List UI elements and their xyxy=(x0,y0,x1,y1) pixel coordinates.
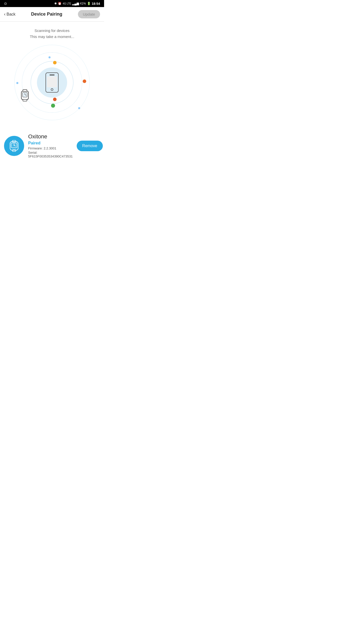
watch-orbit-icon xyxy=(19,89,30,103)
device-name: Oxitone xyxy=(28,133,73,140)
phone-home-button xyxy=(51,88,53,91)
dot-blue-left xyxy=(16,82,18,84)
alarm-icon: ⏰ xyxy=(58,2,62,5)
dot-blue-top xyxy=(49,56,51,58)
status-bar: ⊙ ✱ ⏰ 4G LTE ▂▄▆ 41% 🔋 18:54 xyxy=(0,0,104,7)
scanning-line2: This may take a moment... xyxy=(30,34,74,40)
back-label: Back xyxy=(7,12,16,17)
phone-screen xyxy=(47,76,57,87)
device-info: Oxitone Paired Firmware: 2.2.3001 Serial… xyxy=(28,133,73,158)
network-label: 4G LTE xyxy=(63,2,71,5)
nav-bar: ‹ Back Device Pairing Update xyxy=(0,7,104,22)
back-chevron-icon: ‹ xyxy=(4,12,6,17)
device-firmware: Firmware: 2.2.3001 xyxy=(28,146,73,150)
svg-rect-1 xyxy=(23,90,27,91)
dot-orange-bottom xyxy=(53,98,57,101)
device-serial: Serial: 5F615F00353534390C473531 xyxy=(28,151,73,158)
update-button[interactable]: Update xyxy=(78,10,100,18)
dot-yellow xyxy=(53,61,57,64)
device-avatar xyxy=(4,136,24,156)
remove-button[interactable]: Remove xyxy=(77,141,103,151)
scanning-line1: Scanning for devices xyxy=(30,28,74,34)
back-button[interactable]: ‹ Back xyxy=(4,12,16,17)
device-card: Oxitone Paired Firmware: 2.2.3001 Serial… xyxy=(0,128,104,163)
status-left: ⊙ xyxy=(4,2,7,6)
phone-speaker xyxy=(50,74,55,75)
app-icon: ⊙ xyxy=(4,2,7,6)
device-status: Paired xyxy=(28,141,73,145)
scanning-text: Scanning for devices This may take a mom… xyxy=(30,28,74,40)
radar-center xyxy=(37,67,67,98)
dot-green xyxy=(51,104,55,108)
device-avatar-icon xyxy=(8,140,20,152)
page-title: Device Pairing xyxy=(31,12,62,17)
dot-blue-br xyxy=(78,107,80,109)
time-label: 18:54 xyxy=(92,2,100,6)
svg-point-12 xyxy=(14,145,15,146)
battery-label: 41% xyxy=(80,2,86,5)
status-right: ✱ ⏰ 4G LTE ▂▄▆ 41% 🔋 18:54 xyxy=(54,2,100,6)
dot-orange-right xyxy=(83,79,86,83)
bluetooth-icon: ✱ xyxy=(54,2,57,5)
radar-animation xyxy=(14,45,90,120)
phone-icon xyxy=(46,72,59,93)
battery-icon: 🔋 xyxy=(87,2,91,5)
signal-icon: ▂▄▆ xyxy=(72,2,79,5)
svg-rect-2 xyxy=(23,99,27,101)
scanning-section: Scanning for devices This may take a mom… xyxy=(0,22,104,120)
